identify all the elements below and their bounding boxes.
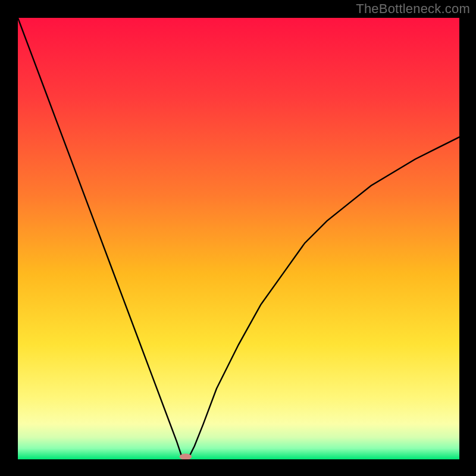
- plot-background: [18, 18, 459, 459]
- bottleneck-plot: [18, 18, 459, 459]
- attribution-label: TheBottleneck.com: [356, 1, 470, 17]
- chart-frame: TheBottleneck.com: [0, 0, 476, 476]
